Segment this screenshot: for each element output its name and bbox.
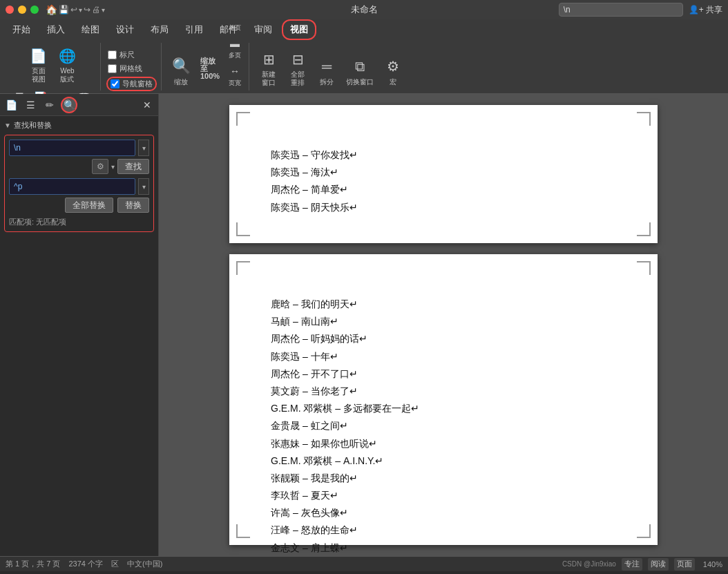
ribbon-zoom-label: 缩放 (174, 77, 188, 87)
menu-layout[interactable]: 布局 (144, 21, 175, 39)
corner-bl-2 (236, 524, 250, 538)
menu-design[interactable]: 设计 (109, 21, 141, 39)
corner-tr-2 (637, 261, 651, 275)
more-btn[interactable]: ▾ (102, 6, 105, 14)
ribbon-web-view-label: Web版式 (60, 67, 74, 84)
replace-all-button[interactable]: 全部替换 (65, 198, 113, 213)
doc-line: 陈奕迅 – 十年↵ (271, 348, 616, 365)
replace-input[interactable] (9, 178, 135, 195)
zoom-icon: 🔍 (171, 57, 191, 76)
doc-line: 陈奕迅 – 守你发找↵ (271, 146, 616, 164)
ribbon-zoom-100[interactable]: 缩放至100% . (196, 57, 224, 89)
ruler-label: 标尺 (119, 50, 135, 60)
sidebar-edit-btn[interactable]: ✏ (41, 97, 58, 113)
ribbon-new-window[interactable]: ⊞ 新建窗口 (255, 48, 282, 89)
ribbon-multi-page[interactable]: ▬ 多页 (225, 35, 245, 61)
corner-bl (236, 222, 250, 236)
page-view-icon: 📄 (29, 46, 48, 66)
word-count: 2374 个字 (68, 559, 103, 569)
corner-br (637, 222, 651, 236)
find-options-gear[interactable]: ⚙ (92, 159, 108, 174)
doc-line: G.E.M. 邓紫棋 – 多远都要在一起↵ (271, 400, 616, 417)
zoom-level: 140% (703, 560, 722, 568)
ribbon-switch-window[interactable]: ⧉ 切换窗口 (342, 55, 378, 89)
menu-start[interactable]: 开始 (6, 21, 37, 39)
doc-line: 许嵩 – 灰色头像↵ (271, 504, 616, 522)
ribbon-multi-page-label: 多页 (229, 51, 241, 60)
find-input[interactable] (9, 140, 135, 156)
collapse-arrow[interactable]: ▼ (4, 122, 11, 129)
zoom-100-icon: 缩放至100% (200, 59, 220, 78)
nav-pane-check[interactable] (111, 79, 119, 88)
multi-page-icon: ▬ (228, 37, 242, 50)
minimize-window-btn[interactable] (18, 6, 26, 14)
menu-draw[interactable]: 绘图 (75, 21, 106, 39)
share-btn[interactable]: 👤+ 共享 (689, 4, 722, 16)
ribbon-arrange-all[interactable]: ⊟ 全部重排 (284, 48, 312, 89)
doc-line: 周杰伦 – 听妈妈的话↵ (271, 330, 616, 347)
statusbar: 第 1 页，共 7 页 2374 个字 区 中文(中国) CSDN @Jin9x… (0, 556, 728, 571)
gridlines-label: 网格线 (119, 64, 142, 74)
ribbon-macro[interactable]: ⚙ 宏 (379, 55, 407, 89)
print-btn[interactable]: 🖨 (92, 5, 100, 15)
sidebar-outline-btn[interactable]: ☰ (22, 97, 39, 113)
nav-pane-checkbox[interactable]: 导航窗格 (106, 77, 157, 91)
ribbon-new-window-label: 新建窗口 (262, 70, 276, 87)
find-dropdown-btn[interactable]: ▾ (138, 140, 149, 156)
ruler-check[interactable] (108, 50, 117, 59)
replace-dropdown-btn[interactable]: ▾ (138, 178, 149, 195)
ribbon-zoom-btn[interactable]: 🔍 缩放 (167, 55, 195, 89)
titlebar: 🏠 💾 ↩ ▾ ↪ 🖨 ▾ 未命名 👤+ 共享 (0, 0, 728, 19)
close-window-btn[interactable] (6, 6, 14, 14)
doc-line: 周杰伦 – 开不了口↵ (271, 365, 616, 383)
language: 中文(中国) (127, 559, 162, 569)
focus-status-btn[interactable]: 专注 (622, 558, 642, 571)
doc-line: 张靓颖 – 我是我的↵ (271, 470, 616, 487)
ribbon-web-view[interactable]: 🌐 Web版式 (54, 44, 82, 86)
menu-review[interactable]: 审阅 (247, 21, 279, 39)
titlebar-search-input[interactable] (559, 3, 683, 17)
doc-line: 李玖哲 – 夏天↵ (271, 487, 616, 504)
replace-input-row: ▾ (9, 178, 149, 195)
ribbon-switch-window-label: 切换窗口 (346, 77, 374, 87)
layout-status-btn[interactable]: 页面 (674, 558, 695, 571)
document-area[interactable]: 陈奕迅 – 守你发找↵ 陈奕迅 – 海汰↵ 周杰伦 – 简单爱↵ 陈奕迅 – 阴… (159, 94, 728, 556)
gridlines-checkbox[interactable]: 网格线 (106, 63, 157, 75)
ribbon-page-view[interactable]: 📄 页面视图 (25, 44, 52, 86)
ribbon-show: 标尺 网格线 导航窗格 (102, 43, 162, 90)
ribbon-page-view-label: 页面视图 (32, 67, 46, 84)
ribbon-split[interactable]: ═ 拆分 (313, 55, 341, 89)
undo-dropdown[interactable]: ▾ (79, 6, 82, 14)
web-view-icon: 🌐 (58, 46, 77, 66)
ribbon-zoom: 🔍 缩放 缩放至100% . ▭ 单页 ▬ 多页 ↔ 页宽 (163, 43, 249, 90)
sidebar-close-btn[interactable]: ✕ (139, 97, 155, 113)
window-controls (6, 6, 39, 14)
doc-line: 金贵晟 – 虹之间↵ (271, 417, 616, 434)
document-page-1: 陈奕迅 – 守你发找↵ 陈奕迅 – 海汰↵ 周杰伦 – 简单爱↵ 陈奕迅 – 阴… (229, 105, 658, 243)
sidebar-doc-btn[interactable]: 📄 (3, 97, 19, 113)
replace-button[interactable]: 替换 (117, 198, 149, 213)
sidebar-search-btn[interactable]: 🔍 (61, 97, 77, 113)
redo-btn[interactable]: ↪ (84, 5, 90, 15)
find-button[interactable]: 查找 (117, 159, 149, 174)
find-options-arrow[interactable]: ▾ (111, 163, 115, 171)
menubar: 开始 插入 绘图 设计 布局 引用 邮件 审阅 视图 (0, 19, 728, 40)
doc-line: 金志文 – 肩上蝶↵ (271, 539, 616, 556)
ribbon-arrange-all-label: 全部重排 (291, 70, 305, 87)
menu-insert[interactable]: 插入 (40, 21, 72, 39)
ribbon-page-width[interactable]: ↔ 页宽 (225, 63, 245, 89)
menu-references[interactable]: 引用 (178, 21, 210, 39)
reader-status-btn[interactable]: 阅读 (648, 558, 669, 571)
window-title: 未命名 (351, 3, 378, 16)
corner-tr (637, 112, 651, 126)
doc-line: 张惠妹 – 如果你也听说↵ (271, 435, 616, 452)
doc-line: 鹿晗 – 我们的明天↵ (271, 296, 616, 313)
menu-view[interactable]: 视图 (282, 19, 316, 40)
corner-tl-2 (236, 261, 250, 275)
gridlines-check[interactable] (108, 64, 117, 73)
maximize-window-btn[interactable] (30, 6, 39, 14)
undo-btn[interactable]: ↩ (70, 5, 77, 15)
ruler-checkbox[interactable]: 标尺 (106, 49, 157, 61)
ribbon-view-modes: 📄 页面视图 🌐 Web版式 ☰ 大纲 📝 草稿 ⊙ 专注 📖 (6, 43, 101, 90)
corner-br-2 (637, 524, 651, 538)
